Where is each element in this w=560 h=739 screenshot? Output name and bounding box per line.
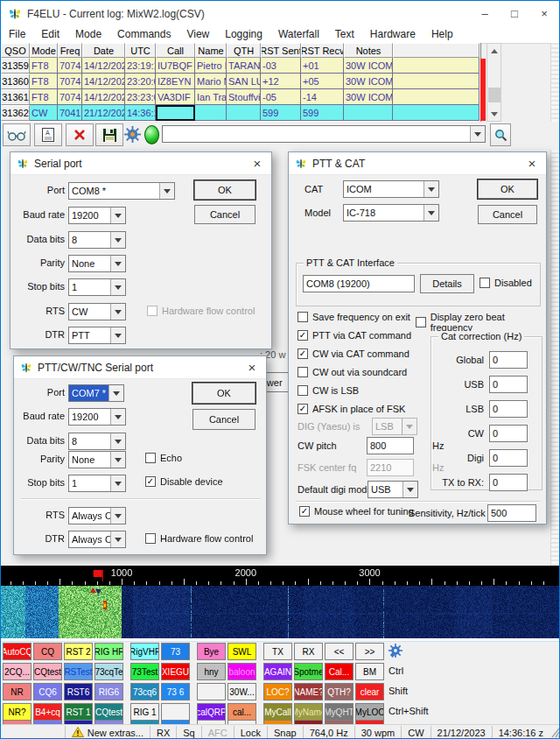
ok-button[interactable]: OK — [192, 383, 256, 404]
macros-settings-gear-icon[interactable] — [388, 644, 402, 659]
log-column-header[interactable]: RST Sent — [261, 43, 301, 58]
tnc-baud-rate-combobox[interactable]: 19200 — [68, 408, 126, 426]
macro-button-spotme[interactable]: Spotme — [294, 663, 323, 680]
chevron-down-icon[interactable] — [110, 508, 125, 524]
macro-button-cq6[interactable]: CQ6 — [33, 683, 62, 700]
cat-option-checkbox-4[interactable]: CW out via soundcard — [298, 367, 407, 377]
table-row[interactable]: 31362CW7041,221/12/202314:36:16599599 — [1, 105, 480, 121]
macro-button-myloc[interactable]: MyLOC — [355, 703, 384, 721]
chevron-down-icon[interactable] — [110, 327, 125, 343]
chevron-down-icon[interactable] — [110, 475, 125, 491]
correction-input-global[interactable]: 0 — [489, 351, 528, 369]
menu-view[interactable]: View — [178, 27, 217, 43]
macro-button-swl[interactable]: SWL — [228, 643, 256, 660]
menu-edit[interactable]: Edit — [33, 27, 67, 43]
chevron-down-icon[interactable] — [110, 232, 125, 248]
cancel-button[interactable]: Cancel — [194, 205, 256, 224]
macro-button-rx[interactable]: RX — [294, 643, 323, 660]
log-table[interactable]: QSOModeFreqDateUTCCallNameQTHRST SentRST… — [1, 43, 481, 122]
correction-input-txtorx[interactable]: 0 — [489, 474, 528, 491]
log-cell[interactable] — [195, 105, 227, 121]
macro-button-myname[interactable]: MyName — [294, 703, 323, 721]
macro-button-rig-hf[interactable]: RIG HF — [94, 643, 123, 660]
fsk-center-input[interactable]: 2210 — [367, 459, 414, 476]
serial-parity-combobox[interactable]: None — [68, 255, 126, 272]
macro-button-73[interactable]: 73 — [161, 643, 190, 660]
macro-button-calqrp[interactable]: calQRP — [197, 703, 226, 721]
table-row[interactable]: 31360FT87074,814/12/202323:20:00IZ8EYNMa… — [1, 74, 480, 89]
macro-button-73cqte[interactable]: 73cqTe — [94, 663, 123, 680]
macro-button-name-[interactable]: NAME? — [294, 683, 323, 700]
cat-option-checkbox-6[interactable]: ✓AFSK in place of FSK — [298, 404, 405, 414]
view-log-button[interactable] — [3, 123, 31, 146]
log-cell[interactable] — [393, 58, 480, 74]
log-cell[interactable] — [393, 74, 480, 89]
serial-stop-bits-combobox[interactable]: 1 — [68, 278, 126, 296]
sensitivity-input[interactable]: 500 — [487, 504, 536, 522]
log-cell[interactable]: 599 — [261, 105, 301, 121]
macro-button-qth-[interactable]: QTH? — [325, 683, 354, 700]
chevron-down-icon[interactable] — [402, 419, 416, 434]
chevron-down-icon[interactable] — [470, 126, 485, 142]
log-cell[interactable]: FT8 — [30, 58, 58, 74]
cancel-button[interactable]: Cancel — [478, 205, 537, 224]
status-21-12-2023[interactable]: 21/12/2023 — [430, 726, 492, 739]
log-cell[interactable]: -05 — [261, 89, 301, 105]
cat-option-checkbox-2[interactable]: ✓PTT via CAT command — [298, 330, 411, 341]
scroll-up-icon[interactable] — [488, 45, 500, 57]
macro-button-rstest[interactable]: RSTest — [64, 663, 93, 680]
status-30-wpm[interactable]: 30 wpm — [354, 726, 402, 739]
log-cell[interactable]: Mario Ni — [195, 74, 227, 89]
close-icon[interactable]: × — [243, 152, 271, 174]
log-column-header[interactable]: QSO — [1, 43, 30, 58]
log-cell[interactable]: CW — [30, 105, 58, 121]
serial-rts-combobox[interactable]: CW — [68, 303, 126, 320]
qso-number-cell[interactable]: 31360 — [1, 74, 30, 89]
qso-number-cell[interactable]: 31362 — [1, 105, 30, 121]
log-cell[interactable]: 23:20:00 — [125, 74, 156, 89]
dig-yaesu-combobox[interactable]: LSB — [372, 418, 417, 435]
log-cell[interactable] — [227, 105, 261, 121]
correction-input-lsb[interactable]: 0 — [489, 400, 528, 418]
log-column-header[interactable]: Name — [195, 43, 227, 58]
log-column-header[interactable]: QTH — [227, 43, 261, 58]
qso-number-cell[interactable]: 31361 — [1, 89, 30, 105]
macro-button-loc-[interactable]: LOC? — [263, 683, 292, 700]
correction-input-digi[interactable]: 0 — [489, 449, 528, 467]
log-cell[interactable]: +01 — [301, 58, 344, 74]
log-cell[interactable]: -14 — [301, 89, 344, 105]
status-cw[interactable]: CW — [401, 726, 430, 739]
log-column-header[interactable]: Mode — [30, 43, 58, 58]
log-cell[interactable]: FT8 — [30, 74, 58, 89]
menu-file[interactable]: File — [1, 27, 33, 43]
callsign-combobox[interactable] — [162, 125, 486, 143]
chevron-down-icon[interactable] — [424, 181, 438, 197]
macro-button-empty[interactable] — [197, 683, 226, 700]
log-cell[interactable]: 7074,8 — [58, 74, 82, 89]
macro-button--[interactable]: >> — [355, 643, 384, 660]
status-sq[interactable]: Sq — [176, 726, 200, 739]
macro-button-73-6[interactable]: 73 6 — [161, 683, 190, 700]
details-button[interactable]: Details — [420, 274, 474, 293]
hardware-flow-control-checkbox[interactable]: Hardware flow control — [145, 533, 253, 544]
status-764-0-hz[interactable]: 764,0 Hz — [303, 726, 354, 739]
log-cell[interactable]: 14:36:16 — [125, 105, 156, 121]
print-log-button[interactable]: A — [34, 123, 62, 146]
macro-button-xiegu[interactable]: XIEGU — [161, 663, 190, 680]
serial-port-dialog-titlebar[interactable]: Serial port × — [10, 152, 271, 175]
log-cell[interactable]: 21/12/2023 — [82, 105, 125, 121]
macro-button-baloon[interactable]: baloon — [228, 663, 256, 680]
menu-hardware[interactable]: Hardware — [362, 27, 424, 43]
hardware-flow-control-checkbox[interactable]: Hardware flow control — [147, 306, 255, 316]
serial-dtr-combobox[interactable]: PTT — [68, 327, 126, 344]
log-cell[interactable]: VA3DIF — [156, 89, 195, 105]
log-column-header[interactable]: UTC — [125, 43, 156, 58]
status-rx[interactable]: RX — [150, 726, 176, 739]
close-icon[interactable]: × — [518, 152, 546, 174]
ptt-cw-tnc-dialog-titlebar[interactable]: PTT/CW/TNC Serial port × — [14, 356, 266, 379]
chevron-down-icon[interactable] — [110, 433, 125, 449]
cat-option-checkbox-3[interactable]: ✓CW via CAT command — [298, 348, 410, 359]
chevron-down-icon[interactable] — [402, 482, 417, 497]
disable-device-checkbox[interactable]: ✓Disable device — [145, 476, 223, 487]
status-new-extras-[interactable]: New extras... — [65, 726, 150, 739]
